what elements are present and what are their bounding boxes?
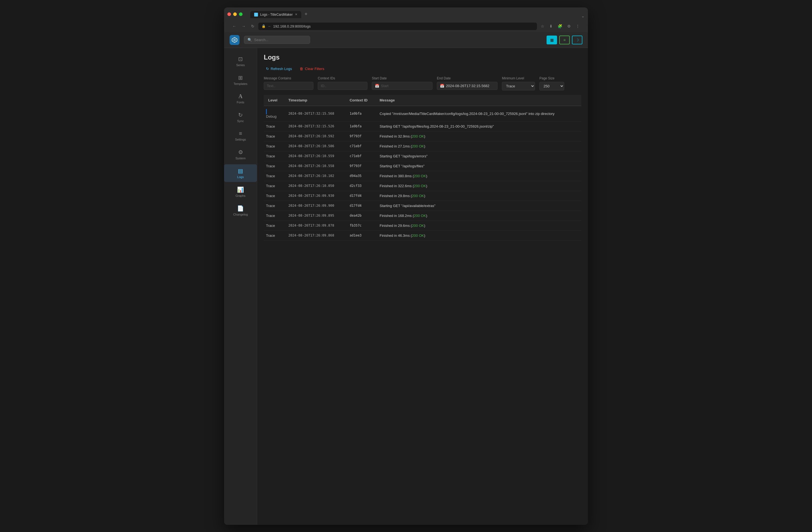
logs-icon: ▤ xyxy=(238,168,243,174)
table-row[interactable]: Trace2024-08-26T17:26:09.930d17fd4Finish… xyxy=(264,191,581,201)
table-row[interactable]: Trace2024-08-26T17:32:15.5261a9bfaStarti… xyxy=(264,121,581,131)
bookmark-icon[interactable]: ☆ xyxy=(539,23,546,29)
min-level-select[interactable]: Trace Debug Info Warning Error xyxy=(502,82,535,90)
message-filter-label: Message Contains xyxy=(264,76,314,80)
table-row[interactable]: Trace2024-08-26T17:26:09.868ad1ee3Finish… xyxy=(264,230,581,240)
cell-message: Finished in 322.6ms (200 OK) xyxy=(375,181,581,191)
settings-icon[interactable]: ⚙ xyxy=(566,23,572,29)
cell-message: Starting GET "/api/logs/files/log.2024-0… xyxy=(375,121,581,131)
sidebar-label-sync: Sync xyxy=(237,119,244,123)
refresh-button[interactable]: ↻ xyxy=(249,23,256,29)
sidebar: ⊡ Series ⊞ Templates A Fonts ↻ Sync ≡ Se… xyxy=(224,48,257,525)
table-row[interactable]: Trace2024-08-26T17:26:10.5589f793fStarti… xyxy=(264,161,581,171)
cell-timestamp: 2024-08-26T17:26:10.586 xyxy=(284,141,345,151)
sidebar-item-fonts[interactable]: A Fonts xyxy=(224,90,257,107)
sidebar-item-graphs[interactable]: 📊 Graphs xyxy=(224,183,257,201)
context-filter-group: Context IDs xyxy=(318,76,367,90)
search-bar[interactable]: 🔍 xyxy=(244,36,310,44)
templates-icon: ⊞ xyxy=(238,74,243,81)
list-view-button[interactable]: ≡ xyxy=(559,35,570,44)
app-logo[interactable] xyxy=(230,35,240,45)
cell-level: Trace xyxy=(264,211,284,220)
page-size-group: Page Size 50 100 250 500 xyxy=(539,76,564,90)
dark-mode-button[interactable]: ☽ xyxy=(572,35,582,44)
cell-context-id: d94a35 xyxy=(345,171,375,181)
cell-level: Trace xyxy=(264,230,284,240)
table-row[interactable]: Trace2024-08-26T17:26:09.900d17fd4Starti… xyxy=(264,201,581,211)
cell-message: Starting GET "/api/logs/errors" xyxy=(375,151,581,161)
context-filter-input[interactable] xyxy=(318,82,367,90)
message-filter-group: Message Contains xyxy=(264,76,314,90)
sidebar-item-series[interactable]: ⊡ Series xyxy=(224,52,257,70)
cell-message: Finished in 168.2ms (200 OK) xyxy=(375,211,581,220)
tab-bar: ⬡ Logs - TitleCardMaker ✕ + ⌄ xyxy=(250,10,585,18)
cell-level: Debug xyxy=(264,106,284,121)
main-content: Logs ↻ Refresh Logs 🗑 Clear Filters Mess… xyxy=(257,48,588,525)
cell-level: Trace xyxy=(264,191,284,201)
sidebar-item-logs[interactable]: ▤ Logs xyxy=(224,164,257,182)
table-row[interactable]: Trace2024-08-26T17:26:10.102d94a35Finish… xyxy=(264,171,581,181)
maximize-traffic-light[interactable] xyxy=(239,12,243,16)
table-row[interactable]: Trace2024-08-26T17:26:10.5929f793fFinish… xyxy=(264,131,581,141)
close-traffic-light[interactable] xyxy=(227,12,231,16)
page-size-select[interactable]: 50 100 250 500 xyxy=(539,82,564,90)
cell-context-id: d17fd4 xyxy=(345,201,375,211)
end-date-value: 2024-08-26T17:32:15.5682 xyxy=(446,84,490,88)
back-button[interactable]: ← xyxy=(231,23,238,29)
clear-filters-button[interactable]: 🗑 Clear Filters xyxy=(298,66,327,72)
menu-icon[interactable]: ⋮ xyxy=(574,23,581,29)
level-text: Trace xyxy=(266,154,275,158)
cell-context-id: d17fd4 xyxy=(345,191,375,201)
cell-context-id: ad1ee3 xyxy=(345,230,375,240)
cell-level: Trace xyxy=(264,171,284,181)
cell-level: Trace xyxy=(264,141,284,151)
end-date-label: End Date xyxy=(437,76,497,80)
grid-view-button[interactable]: ▦ xyxy=(547,35,557,44)
browser-chrome: ⬡ Logs - TitleCardMaker ✕ + ⌄ ← → ↻ 🔒 ↔ … xyxy=(224,8,588,32)
refresh-logs-button[interactable]: ↻ Refresh Logs xyxy=(264,66,294,72)
end-date-picker[interactable]: 📅 2024-08-26T17:32:15.5682 xyxy=(437,82,497,90)
nav-bar: ← → ↻ 🔒 ↔ 192.168.0.29:8000/logs ☆ ⬇ 🧩 ⚙… xyxy=(227,20,585,32)
table-row[interactable]: Debug2024-08-26T17:32:15.5681a9bfaCopied… xyxy=(264,106,581,121)
sidebar-item-system[interactable]: ⚙ System xyxy=(224,146,257,163)
ok-badge: 200 OK xyxy=(414,184,426,188)
forward-button[interactable]: → xyxy=(240,23,247,29)
browser-tab-active[interactable]: ⬡ Logs - TitleCardMaker ✕ xyxy=(250,11,301,18)
table-row[interactable]: Trace2024-08-26T17:26:09.895dea42bFinish… xyxy=(264,211,581,220)
sidebar-label-fonts: Fonts xyxy=(237,101,245,104)
cell-message: Finished in 29.6ms (200 OK) xyxy=(375,220,581,230)
extensions-icon[interactable]: 🧩 xyxy=(556,23,564,29)
ok-badge: 200 OK xyxy=(412,233,424,238)
table-row[interactable]: Trace2024-08-26T17:26:10.050d2cf33Finish… xyxy=(264,181,581,191)
sidebar-label-graphs: Graphs xyxy=(235,194,245,197)
start-date-picker[interactable]: 📅 Start xyxy=(372,82,433,90)
cell-message: Finished in 380.8ms (200 OK) xyxy=(375,171,581,181)
table-header-row: Level Timestamp Context ID Message xyxy=(264,95,581,106)
level-text: Trace xyxy=(266,214,275,218)
filter-action-row: ↻ Refresh Logs 🗑 Clear Filters xyxy=(264,66,581,72)
tab-favicon: ⬡ xyxy=(254,13,258,16)
level-text: Trace xyxy=(266,194,275,198)
download-icon[interactable]: ⬇ xyxy=(548,23,554,29)
lock-icon: 🔒 xyxy=(262,24,266,28)
nav-actions: ☆ ⬇ 🧩 ⚙ ⋮ xyxy=(539,23,581,29)
minimize-traffic-light[interactable] xyxy=(233,12,237,16)
sidebar-item-sync[interactable]: ↻ Sync xyxy=(224,108,257,126)
sidebar-item-templates[interactable]: ⊞ Templates xyxy=(224,71,257,89)
new-tab-button[interactable]: + xyxy=(302,10,310,18)
url-display[interactable]: 192.168.0.29:8000/logs xyxy=(273,24,310,28)
table-row[interactable]: Trace2024-08-26T17:26:09.878fb357cFinish… xyxy=(264,220,581,230)
level-text: Trace xyxy=(266,164,275,168)
page-title: Logs xyxy=(264,54,581,61)
search-input[interactable] xyxy=(254,38,306,42)
min-level-label: Minimum Level xyxy=(502,76,535,80)
sidebar-item-settings[interactable]: ≡ Settings xyxy=(224,127,257,144)
sidebar-item-changelog[interactable]: 📄 Changelog xyxy=(224,202,257,219)
tab-close-button[interactable]: ✕ xyxy=(295,13,298,16)
message-filter-input[interactable] xyxy=(264,82,314,90)
browser-controls: ⬡ Logs - TitleCardMaker ✕ + ⌄ xyxy=(227,10,585,18)
table-row[interactable]: Trace2024-08-26T17:26:10.559c71ebfStarti… xyxy=(264,151,581,161)
cell-level: Trace xyxy=(264,161,284,171)
address-bar[interactable]: 🔒 ↔ 192.168.0.29:8000/logs xyxy=(258,23,537,30)
table-row[interactable]: Trace2024-08-26T17:26:10.586c71ebfFinish… xyxy=(264,141,581,151)
